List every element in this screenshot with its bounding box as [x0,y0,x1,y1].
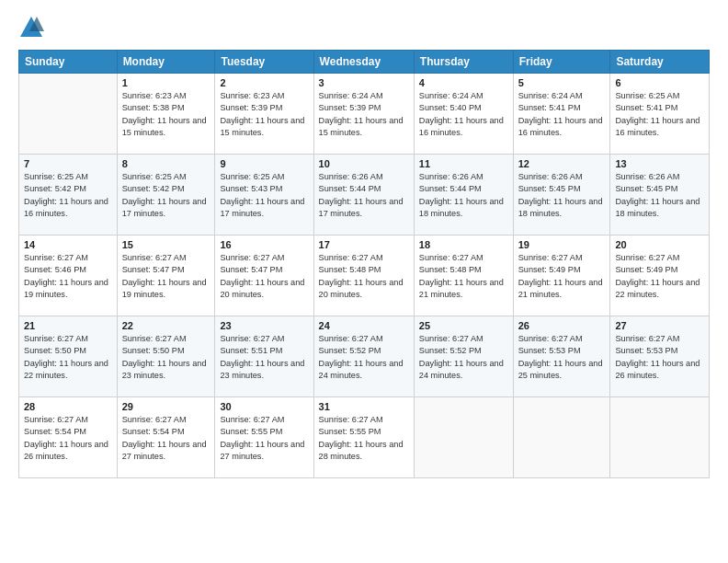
day-number: 14 [24,239,112,250]
day-number: 22 [122,320,210,331]
day-detail: Sunrise: 6:27 AMSunset: 5:52 PMDaylight:… [319,333,409,382]
day-number: 10 [319,158,409,169]
calendar-header-row: SundayMondayTuesdayWednesdayThursdayFrid… [19,51,710,74]
calendar-cell [513,397,610,478]
calendar-cell: 10Sunrise: 6:26 AMSunset: 5:44 PMDayligh… [313,155,414,236]
day-detail: Sunrise: 6:27 AMSunset: 5:49 PMDaylight:… [615,252,704,301]
calendar-cell [610,397,710,478]
calendar-header-sunday: Sunday [19,51,118,74]
day-detail: Sunrise: 6:27 AMSunset: 5:55 PMDaylight:… [220,414,308,463]
calendar-cell: 3Sunrise: 6:24 AMSunset: 5:39 PMDaylight… [313,74,414,155]
calendar-cell: 5Sunrise: 6:24 AMSunset: 5:41 PMDaylight… [513,74,610,155]
day-number: 25 [419,320,508,331]
calendar-week-4: 28Sunrise: 6:27 AMSunset: 5:54 PMDayligh… [19,397,710,478]
day-number: 23 [220,320,308,331]
calendar-cell: 25Sunrise: 6:27 AMSunset: 5:52 PMDayligh… [414,316,513,397]
calendar-header-friday: Friday [513,51,610,74]
day-detail: Sunrise: 6:27 AMSunset: 5:49 PMDaylight:… [518,252,606,301]
calendar-header-wednesday: Wednesday [313,51,414,74]
day-detail: Sunrise: 6:27 AMSunset: 5:54 PMDaylight:… [122,414,210,463]
day-detail: Sunrise: 6:27 AMSunset: 5:52 PMDaylight:… [419,333,508,382]
day-detail: Sunrise: 6:27 AMSunset: 5:55 PMDaylight:… [319,414,409,463]
day-number: 3 [319,77,409,88]
calendar-cell: 30Sunrise: 6:27 AMSunset: 5:55 PMDayligh… [215,397,313,478]
logo-icon [18,15,44,40]
day-detail: Sunrise: 6:27 AMSunset: 5:53 PMDaylight:… [518,333,606,382]
calendar-cell: 23Sunrise: 6:27 AMSunset: 5:51 PMDayligh… [215,316,313,397]
day-detail: Sunrise: 6:24 AMSunset: 5:39 PMDaylight:… [319,90,409,139]
calendar-cell: 19Sunrise: 6:27 AMSunset: 5:49 PMDayligh… [513,236,610,316]
day-detail: Sunrise: 6:25 AMSunset: 5:42 PMDaylight:… [122,171,210,220]
day-detail: Sunrise: 6:23 AMSunset: 5:39 PMDaylight:… [220,90,308,139]
day-detail: Sunrise: 6:27 AMSunset: 5:46 PMDaylight:… [24,252,112,301]
day-number: 29 [122,401,210,412]
day-number: 9 [220,158,308,169]
day-number: 28 [24,401,112,412]
day-detail: Sunrise: 6:27 AMSunset: 5:47 PMDaylight:… [122,252,210,301]
day-number: 17 [319,239,409,250]
calendar-header-monday: Monday [117,51,215,74]
calendar-cell: 16Sunrise: 6:27 AMSunset: 5:47 PMDayligh… [215,236,313,316]
day-number: 13 [615,158,704,169]
day-detail: Sunrise: 6:24 AMSunset: 5:41 PMDaylight:… [518,90,606,139]
calendar-cell: 1Sunrise: 6:23 AMSunset: 5:38 PMDaylight… [117,74,215,155]
day-detail: Sunrise: 6:27 AMSunset: 5:48 PMDaylight:… [419,252,508,301]
calendar-header-thursday: Thursday [414,51,513,74]
calendar-cell: 2Sunrise: 6:23 AMSunset: 5:39 PMDaylight… [215,74,313,155]
calendar-cell: 28Sunrise: 6:27 AMSunset: 5:54 PMDayligh… [19,397,118,478]
day-detail: Sunrise: 6:25 AMSunset: 5:43 PMDaylight:… [220,171,308,220]
calendar-cell: 9Sunrise: 6:25 AMSunset: 5:43 PMDaylight… [215,155,313,236]
day-detail: Sunrise: 6:27 AMSunset: 5:50 PMDaylight:… [122,333,210,382]
day-number: 4 [419,77,508,88]
day-detail: Sunrise: 6:27 AMSunset: 5:54 PMDaylight:… [24,414,112,463]
calendar-cell: 7Sunrise: 6:25 AMSunset: 5:42 PMDaylight… [19,155,118,236]
calendar-week-1: 7Sunrise: 6:25 AMSunset: 5:42 PMDaylight… [19,155,710,236]
day-detail: Sunrise: 6:26 AMSunset: 5:45 PMDaylight:… [518,171,606,220]
calendar-week-0: 1Sunrise: 6:23 AMSunset: 5:38 PMDaylight… [19,74,710,155]
calendar-cell [19,74,118,155]
day-number: 2 [220,77,308,88]
day-detail: Sunrise: 6:24 AMSunset: 5:40 PMDaylight:… [419,90,508,139]
calendar-cell: 20Sunrise: 6:27 AMSunset: 5:49 PMDayligh… [610,236,710,316]
calendar-cell: 31Sunrise: 6:27 AMSunset: 5:55 PMDayligh… [313,397,414,478]
calendar-week-2: 14Sunrise: 6:27 AMSunset: 5:46 PMDayligh… [19,236,710,316]
day-number: 15 [122,239,210,250]
day-number: 16 [220,239,308,250]
day-detail: Sunrise: 6:27 AMSunset: 5:50 PMDaylight:… [24,333,112,382]
day-number: 5 [518,77,606,88]
day-number: 6 [615,77,704,88]
day-detail: Sunrise: 6:27 AMSunset: 5:48 PMDaylight:… [319,252,409,301]
day-number: 11 [419,158,508,169]
calendar-cell: 6Sunrise: 6:25 AMSunset: 5:41 PMDaylight… [610,74,710,155]
calendar-header-tuesday: Tuesday [215,51,313,74]
day-detail: Sunrise: 6:27 AMSunset: 5:47 PMDaylight:… [220,252,308,301]
day-detail: Sunrise: 6:27 AMSunset: 5:53 PMDaylight:… [615,333,704,382]
page: SundayMondayTuesdayWednesdayThursdayFrid… [0,0,728,563]
day-detail: Sunrise: 6:26 AMSunset: 5:44 PMDaylight:… [319,171,409,220]
calendar-cell: 4Sunrise: 6:24 AMSunset: 5:40 PMDaylight… [414,74,513,155]
calendar-table: SundayMondayTuesdayWednesdayThursdayFrid… [18,50,710,478]
day-number: 12 [518,158,606,169]
day-number: 24 [319,320,409,331]
calendar-cell: 18Sunrise: 6:27 AMSunset: 5:48 PMDayligh… [414,236,513,316]
day-detail: Sunrise: 6:25 AMSunset: 5:42 PMDaylight:… [24,171,112,220]
day-number: 8 [122,158,210,169]
day-number: 1 [122,77,210,88]
day-number: 7 [24,158,112,169]
calendar-cell: 14Sunrise: 6:27 AMSunset: 5:46 PMDayligh… [19,236,118,316]
calendar-week-3: 21Sunrise: 6:27 AMSunset: 5:50 PMDayligh… [19,316,710,397]
calendar-cell: 17Sunrise: 6:27 AMSunset: 5:48 PMDayligh… [313,236,414,316]
day-number: 27 [615,320,704,331]
calendar-cell: 24Sunrise: 6:27 AMSunset: 5:52 PMDayligh… [313,316,414,397]
calendar-cell: 21Sunrise: 6:27 AMSunset: 5:50 PMDayligh… [19,316,118,397]
day-detail: Sunrise: 6:25 AMSunset: 5:41 PMDaylight:… [615,90,704,139]
day-number: 26 [518,320,606,331]
calendar-cell: 27Sunrise: 6:27 AMSunset: 5:53 PMDayligh… [610,316,710,397]
calendar-cell: 12Sunrise: 6:26 AMSunset: 5:45 PMDayligh… [513,155,610,236]
calendar-header-saturday: Saturday [610,51,710,74]
day-number: 21 [24,320,112,331]
calendar-cell: 26Sunrise: 6:27 AMSunset: 5:53 PMDayligh… [513,316,610,397]
day-detail: Sunrise: 6:26 AMSunset: 5:45 PMDaylight:… [615,171,704,220]
logo [18,15,48,40]
calendar-cell: 11Sunrise: 6:26 AMSunset: 5:44 PMDayligh… [414,155,513,236]
